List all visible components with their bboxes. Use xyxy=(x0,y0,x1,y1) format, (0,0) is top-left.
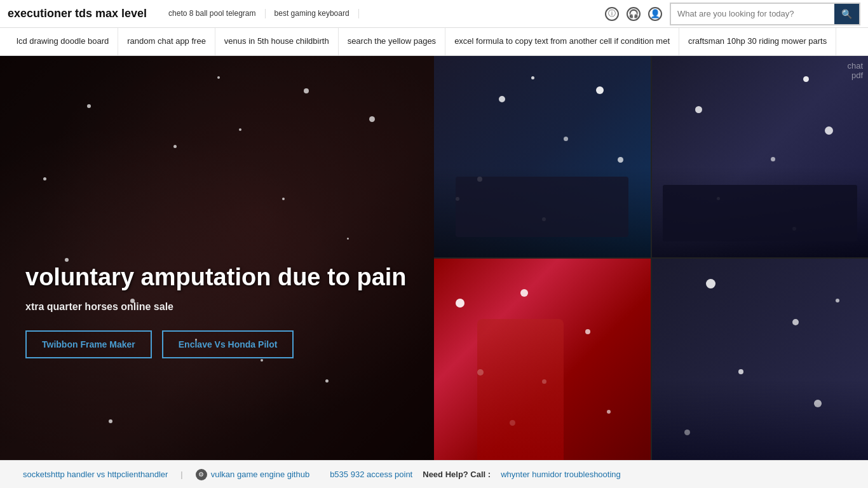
vulkan-icon: ⚙ xyxy=(196,469,207,480)
right-panels: chat pdf xyxy=(434,56,868,460)
hero-panel: voluntary amputation due to pain xtra qu… xyxy=(0,56,434,460)
search-button[interactable]: 🔍 xyxy=(834,4,859,24)
headphone-icon[interactable]: 🎧 xyxy=(627,7,641,21)
hero-subtitle: xtra quarter horses online sale xyxy=(25,301,409,313)
search-box: 🔍 xyxy=(670,3,860,25)
trending-1[interactable]: cheto 8 ball pool telegram xyxy=(159,9,265,19)
panel-top-left xyxy=(434,56,651,257)
btn-enclave[interactable]: Enclave Vs Honda Pilot xyxy=(162,330,294,358)
bottom-need-help: Need Help? Call : xyxy=(423,470,491,479)
bottom-link-whynter[interactable]: whynter humidor troubleshooting xyxy=(491,470,631,479)
panel-bottom-left xyxy=(434,259,651,460)
nav-item-search-yellow[interactable]: search the yellow pages xyxy=(339,28,445,55)
nav-item-craftsman[interactable]: craftsman 10hp 30 riding mower parts xyxy=(679,28,836,55)
panel-top-right-text: chat pdf xyxy=(847,61,863,80)
search-input[interactable] xyxy=(671,4,834,24)
nav-item-venus[interactable]: venus in 5th house childbirth xyxy=(215,28,339,55)
top-bar: executioner tds max level cheto 8 ball p… xyxy=(0,0,868,28)
info-icon[interactable]: ⓘ xyxy=(605,7,619,21)
panel-bottom-right xyxy=(652,259,869,460)
panel-snow-bl xyxy=(434,259,651,460)
bottom-link-b535[interactable]: b535 932 access point xyxy=(320,470,423,479)
panel-snow-tl xyxy=(434,56,651,257)
bottom-link-sockets[interactable]: socketshttp handler vs httpclienthandler xyxy=(13,470,178,479)
site-title: executioner tds max level xyxy=(8,7,147,20)
main-content: voluntary amputation due to pain xtra qu… xyxy=(0,56,868,460)
nav-row: lcd drawing doodle board random chat app… xyxy=(0,28,868,56)
hero-title: voluntary amputation due to pain xyxy=(25,264,409,291)
nav-item-lcd[interactable]: lcd drawing doodle board xyxy=(8,28,118,55)
bottom-bar: socketshttp handler vs httpclienthandler… xyxy=(0,460,868,488)
bottom-link-vulkan[interactable]: vulkan game engine github xyxy=(211,470,309,479)
nav-item-excel[interactable]: excel formula to copy text from another … xyxy=(445,28,679,55)
bottom-icon-link-vulkan[interactable]: ⚙ vulkan game engine github xyxy=(186,469,320,480)
btn-twibbon[interactable]: Twibbon Frame Maker xyxy=(25,330,152,358)
trending-searches: cheto 8 ball pool telegram best gaming k… xyxy=(159,9,599,19)
top-right-area: ⓘ 🎧 👤 🔍 xyxy=(605,3,860,25)
panel-snow-br xyxy=(652,259,869,460)
hero-text-area: voluntary amputation due to pain xtra qu… xyxy=(25,264,409,358)
nav-item-random[interactable]: random chat app free xyxy=(118,28,215,55)
panel-top-right: chat pdf xyxy=(652,56,869,257)
user-icon[interactable]: 👤 xyxy=(648,7,662,21)
panel-snow-tr xyxy=(652,56,869,257)
trending-2[interactable]: best gaming keyboard xyxy=(266,9,359,19)
bottom-divider-1: | xyxy=(178,470,185,479)
hero-buttons: Twibbon Frame Maker Enclave Vs Honda Pil… xyxy=(25,330,409,358)
